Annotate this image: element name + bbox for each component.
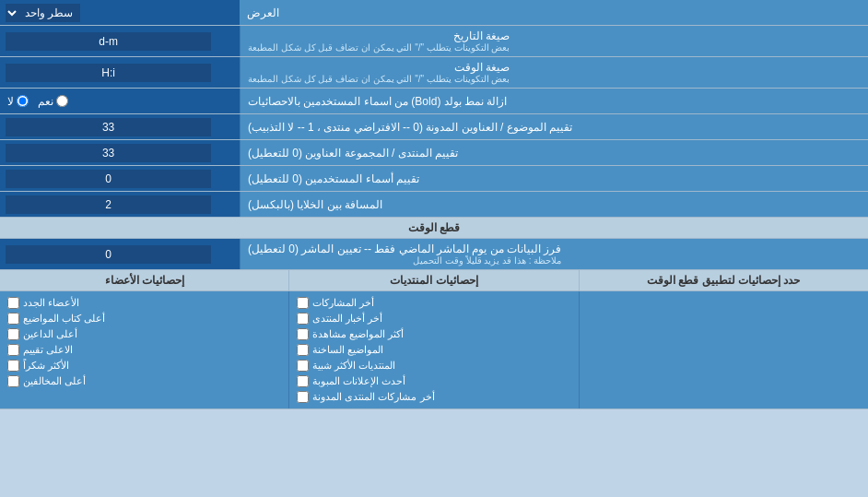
stat-newmembers-checkbox[interactable]: [7, 297, 19, 309]
date-format-input-area: [0, 26, 240, 56]
stat-topinviters-checkbox[interactable]: [7, 328, 19, 340]
cell-spacing-input[interactable]: [6, 195, 211, 214]
bold-remove-no-radio[interactable]: [17, 95, 29, 107]
date-format-row: صيغة التاريخ بعض التكوينات يتطلب "/" الت…: [0, 26, 868, 57]
stats-col1-content: الأعضاء الجدد أعلى كتاب المواضيع أعلى ال…: [0, 291, 288, 408]
time-format-input[interactable]: [6, 64, 211, 82]
topic-sort-row: تقييم الموضوع / العناوين المدونة (0 -- ا…: [0, 114, 868, 140]
time-cutoff-input-area: [0, 239, 240, 269]
stat-mostviewed-checkbox[interactable]: [297, 328, 309, 340]
stat-item-topinviters: أعلى الداعين: [7, 326, 281, 342]
cell-spacing-label: المسافة بين الخلايا (بالبكسل): [240, 192, 868, 217]
main-container: العرض سطر واحد سطرين ثلاثة أسطر صيغة الت…: [0, 0, 868, 409]
forum-sort-input-area: [0, 140, 240, 165]
stat-news-checkbox[interactable]: [297, 313, 309, 325]
stats-col2-header: إحصائيات المنتديات: [288, 270, 578, 290]
date-format-label: صيغة التاريخ بعض التكوينات يتطلب "/" الت…: [240, 26, 868, 56]
time-cutoff-header: قطع الوقت: [0, 218, 868, 239]
stats-content: أخر المشاركات أخر أخبار المنتدى أكثر الم…: [0, 291, 868, 408]
stat-toprated-checkbox[interactable]: [7, 344, 19, 356]
date-format-input[interactable]: [6, 32, 211, 51]
bold-remove-yes-radio[interactable]: [56, 95, 68, 107]
topic-sort-label: تقييم الموضوع / العناوين المدونة (0 -- ا…: [240, 114, 868, 139]
stat-item-topviolators: أعلى المخالفين: [7, 373, 281, 389]
stats-col3-header: حدد إحصائيات لتطبيق قطع الوقت: [579, 270, 868, 290]
topic-sort-input-area: [0, 114, 240, 139]
stat-item-similar: المنتديات الأكثر شبية: [297, 358, 570, 373]
stat-hot-checkbox[interactable]: [297, 344, 309, 356]
stats-section: حدد إحصائيات لتطبيق قطع الوقت إحصائيات ا…: [0, 270, 868, 409]
bold-remove-radio-area: نعم لا: [0, 89, 240, 113]
time-cutoff-label: فرز البيانات من يوم الماشر الماضي فقط --…: [240, 239, 868, 269]
bold-remove-no-label[interactable]: لا: [7, 95, 29, 108]
stat-ads-checkbox[interactable]: [297, 375, 309, 387]
display-label: العرض: [240, 0, 868, 25]
stat-item-toprated: الاعلى تقييم: [7, 342, 281, 358]
stat-item-forum-posts: أخر مشاركات المنتدى المدونة: [297, 389, 570, 405]
bold-remove-label: ازالة نمط بولد (Bold) من اسماء المستخدمي…: [240, 89, 868, 113]
stat-item-hot: المواضيع الساخنة: [297, 342, 570, 358]
stats-col1-header: إحصائيات الأعضاء: [0, 270, 288, 290]
forum-sort-row: تقييم المنتدى / المجموعة العناوين (0 للت…: [0, 140, 868, 166]
stat-mostthanked-checkbox[interactable]: [7, 360, 19, 372]
topic-sort-input[interactable]: [6, 118, 211, 136]
cell-spacing-row: المسافة بين الخلايا (بالبكسل): [0, 192, 868, 218]
stats-header-row: حدد إحصائيات لتطبيق قطع الوقت إحصائيات ا…: [0, 270, 868, 291]
forum-sort-input[interactable]: [6, 144, 211, 162]
user-sort-input-area: [0, 166, 240, 191]
stat-shares-checkbox[interactable]: [297, 297, 309, 309]
time-cutoff-input[interactable]: [6, 245, 211, 264]
user-sort-label: تقييم أسماء المستخدمين (0 للتعطيل): [240, 166, 868, 191]
stat-topwriters-checkbox[interactable]: [7, 313, 19, 325]
stat-item-news: أخر أخبار المنتدى: [297, 311, 570, 326]
user-sort-row: تقييم أسماء المستخدمين (0 للتعطيل): [0, 166, 868, 192]
cell-spacing-input-area: [0, 192, 240, 217]
user-sort-input[interactable]: [6, 170, 211, 188]
stat-item-mostthanked: الأكثر شكراً: [7, 358, 281, 373]
time-format-label: صيغة الوقت بعض التكوينات يتطلب "/" التي …: [240, 57, 868, 88]
stats-right-area: [579, 291, 868, 408]
stat-item-ads: أحدث الإعلانات المبوبة: [297, 373, 570, 389]
stat-item-shares: أخر المشاركات: [297, 295, 570, 311]
time-format-input-area: [0, 57, 240, 88]
display-select-area: سطر واحد سطرين ثلاثة أسطر: [0, 0, 240, 25]
forum-sort-label: تقييم المنتدى / المجموعة العناوين (0 للت…: [240, 140, 868, 165]
bold-remove-row: ازالة نمط بولد (Bold) من اسماء المستخدمي…: [0, 89, 868, 114]
stat-item-topwriters: أعلى كتاب المواضيع: [7, 311, 281, 326]
stat-item-newmembers: الأعضاء الجدد: [7, 295, 281, 311]
stats-col2-content: أخر المشاركات أخر أخبار المنتدى أكثر الم…: [288, 291, 578, 408]
stat-forum-posts-checkbox[interactable]: [297, 391, 309, 403]
stat-topviolators-checkbox[interactable]: [7, 375, 19, 387]
time-format-row: صيغة الوقت بعض التكوينات يتطلب "/" التي …: [0, 57, 868, 89]
bold-remove-yes-label[interactable]: نعم: [38, 95, 68, 108]
stat-item-mostviewed: أكثر المواضيع مشاهدة: [297, 326, 570, 342]
display-select[interactable]: سطر واحد سطرين ثلاثة أسطر: [6, 4, 80, 22]
time-cutoff-row: فرز البيانات من يوم الماشر الماضي فقط --…: [0, 239, 868, 270]
display-row: العرض سطر واحد سطرين ثلاثة أسطر: [0, 0, 868, 26]
stat-similar-checkbox[interactable]: [297, 360, 309, 372]
